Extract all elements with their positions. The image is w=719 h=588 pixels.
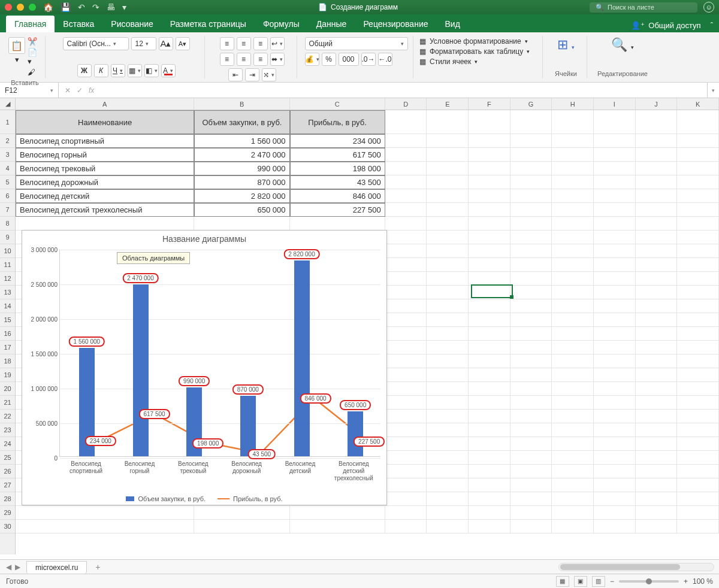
sheet-search-input[interactable]: 🔍 Поиск на листе <box>590 2 697 13</box>
cell[interactable] <box>677 520 719 534</box>
cell[interactable] <box>16 217 194 231</box>
cell[interactable] <box>385 231 427 244</box>
cell[interactable] <box>510 492 552 506</box>
cell[interactable] <box>510 272 552 286</box>
cell[interactable] <box>552 110 594 134</box>
cell[interactable] <box>510 313 552 327</box>
cell[interactable] <box>552 465 594 478</box>
cell[interactable] <box>510 110 552 134</box>
chart-data-label[interactable]: 990 000 <box>179 376 210 386</box>
cell[interactable] <box>427 203 469 217</box>
underline-button[interactable]: Ч ▾ <box>111 64 125 77</box>
font-size-select[interactable]: 12▾ <box>131 37 156 50</box>
cell[interactable] <box>427 368 469 382</box>
cell[interactable] <box>510 382 552 396</box>
minimize-window-icon[interactable] <box>17 4 24 11</box>
cell[interactable] <box>636 520 678 534</box>
cell[interactable] <box>510 175 552 189</box>
cell[interactable] <box>594 217 636 231</box>
chart-bar[interactable] <box>240 396 256 456</box>
cell[interactable] <box>469 382 510 396</box>
cell[interactable] <box>469 148 510 162</box>
chart-data-label[interactable]: 650 000 <box>340 400 371 410</box>
cell[interactable] <box>510 410 552 423</box>
cell[interactable] <box>510 148 552 162</box>
cell[interactable] <box>510 327 552 341</box>
table-header[interactable]: Объем закупки, в руб. <box>194 110 289 134</box>
cell[interactable] <box>594 134 636 148</box>
cell[interactable] <box>427 520 469 534</box>
format-as-table-button[interactable]: ▦Форматировать как таблицу▾ <box>419 47 530 56</box>
cell[interactable] <box>677 272 719 286</box>
align-middle-icon[interactable]: ≡ <box>237 37 251 50</box>
cell[interactable] <box>594 244 636 258</box>
cell[interactable] <box>636 410 678 423</box>
cell[interactable] <box>469 354 510 368</box>
cut-icon[interactable]: ✂️ <box>28 37 41 46</box>
row-header[interactable]: 21 <box>0 396 15 410</box>
table-cell[interactable]: Велосипед детский <box>16 189 194 203</box>
cell[interactable] <box>385 244 427 258</box>
cell[interactable] <box>469 272 510 286</box>
cell[interactable] <box>636 368 678 382</box>
cell[interactable] <box>677 451 719 465</box>
cell[interactable] <box>427 506 469 520</box>
cell[interactable] <box>194 520 289 534</box>
cell[interactable] <box>552 506 594 520</box>
collapse-ribbon-icon[interactable]: ˆ <box>711 21 713 30</box>
cell[interactable] <box>677 478 719 492</box>
row-header[interactable]: 7 <box>0 203 15 217</box>
cell[interactable] <box>427 478 469 492</box>
cell[interactable] <box>677 368 719 382</box>
cell[interactable] <box>385 148 427 162</box>
cell[interactable] <box>594 148 636 162</box>
cell[interactable] <box>385 110 427 134</box>
row-header[interactable]: 12 <box>0 272 15 286</box>
cell[interactable] <box>469 244 510 258</box>
cell[interactable] <box>594 272 636 286</box>
align-bottom-icon[interactable]: ≡ <box>253 37 268 50</box>
cell[interactable] <box>636 382 678 396</box>
align-top-icon[interactable]: ≡ <box>220 37 234 50</box>
share-button[interactable]: 👤⁺ Общий доступ ˆ <box>631 21 713 32</box>
cell[interactable] <box>469 134 510 148</box>
table-header[interactable]: Наименование <box>16 110 194 134</box>
cell[interactable] <box>469 492 510 506</box>
cell[interactable] <box>385 437 427 451</box>
cell[interactable] <box>552 382 594 396</box>
cell[interactable] <box>469 217 510 231</box>
cell[interactable] <box>677 437 719 451</box>
cell[interactable] <box>677 354 719 368</box>
cell[interactable] <box>385 451 427 465</box>
cell[interactable] <box>427 313 469 327</box>
cell[interactable] <box>677 110 719 134</box>
cell[interactable] <box>16 506 194 520</box>
row-header[interactable]: 26 <box>0 465 15 478</box>
cell[interactable] <box>594 410 636 423</box>
cells-icon[interactable]: ⊞ ▾ <box>557 37 575 53</box>
horizontal-scrollbar[interactable] <box>558 563 714 571</box>
cell[interactable] <box>636 478 678 492</box>
cell[interactable] <box>636 244 678 258</box>
cell[interactable] <box>510 203 552 217</box>
cell[interactable] <box>469 286 510 299</box>
tab-view[interactable]: Вид <box>437 16 469 32</box>
cell[interactable] <box>552 231 594 244</box>
col-header[interactable]: A <box>16 98 194 110</box>
cell[interactable] <box>385 272 427 286</box>
cell[interactable] <box>427 437 469 451</box>
cell[interactable] <box>552 148 594 162</box>
wrap-text-icon[interactable]: ↩ ▾ <box>270 37 285 50</box>
print-icon[interactable]: 🖶 <box>107 2 115 12</box>
table-cell[interactable]: Велосипед горный <box>16 148 194 162</box>
cell[interactable] <box>427 162 469 175</box>
cell[interactable] <box>636 341 678 354</box>
cell[interactable] <box>636 175 678 189</box>
cell[interactable] <box>385 368 427 382</box>
cell[interactable] <box>677 217 719 231</box>
cell[interactable] <box>677 341 719 354</box>
cell[interactable] <box>385 299 427 313</box>
cell[interactable] <box>385 341 427 354</box>
cell[interactable] <box>552 217 594 231</box>
cell[interactable] <box>290 217 385 231</box>
